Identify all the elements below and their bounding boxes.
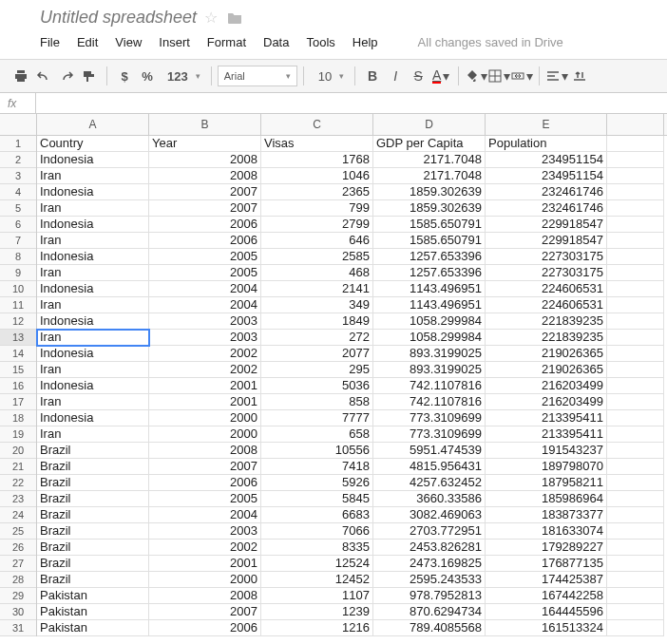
folder-icon[interactable] (227, 11, 242, 25)
cell[interactable]: 858 (261, 394, 373, 410)
cell[interactable] (607, 588, 664, 604)
cell[interactable]: Iran (37, 362, 149, 378)
cell[interactable]: Brazil (37, 459, 149, 475)
cell[interactable]: 1058.299984 (373, 313, 486, 330)
row-header[interactable]: 5 (0, 200, 36, 217)
cell[interactable]: 272 (261, 330, 373, 346)
row-header[interactable]: 27 (0, 556, 36, 572)
cell[interactable] (607, 378, 664, 394)
cell[interactable]: 2007 (149, 604, 261, 620)
cell[interactable]: 174425387 (486, 572, 607, 588)
cell[interactable] (607, 330, 664, 346)
cell[interactable] (607, 507, 664, 523)
cell[interactable]: 2004 (149, 297, 261, 313)
col-header-C[interactable]: C (261, 114, 373, 135)
cell[interactable]: 167442258 (486, 588, 607, 604)
menu-view[interactable]: View (115, 35, 142, 49)
cell[interactable]: Brazil (37, 443, 149, 459)
menu-help[interactable]: Help (353, 35, 378, 49)
row-header[interactable]: 3 (0, 168, 36, 184)
row-header[interactable]: 23 (0, 491, 36, 507)
row-header[interactable]: 15 (0, 362, 36, 378)
cell[interactable]: 349 (261, 297, 373, 313)
cell[interactable]: 189798070 (486, 459, 607, 475)
cell[interactable]: 232461746 (486, 184, 607, 200)
row-header[interactable]: 16 (0, 378, 36, 394)
number-format-dropdown[interactable]: 123▾ (159, 68, 205, 85)
cell[interactable]: 2703.772951 (373, 523, 486, 540)
cell[interactable] (607, 491, 664, 507)
cell[interactable]: 2171.7048 (373, 168, 486, 184)
cell[interactable] (607, 410, 664, 426)
print-icon[interactable] (10, 64, 32, 88)
cell[interactable]: 2585 (261, 249, 373, 265)
cell[interactable]: Indonesia (37, 378, 149, 394)
cell[interactable] (607, 297, 664, 313)
cell[interactable] (607, 281, 664, 297)
cell[interactable]: 219026365 (486, 362, 607, 378)
cell[interactable]: Pakistan (37, 620, 149, 636)
cell[interactable]: 2002 (149, 346, 261, 362)
fill-color-button[interactable]: ▾ (465, 64, 487, 88)
cell[interactable]: 12524 (261, 556, 373, 572)
cell[interactable]: 187958211 (486, 475, 607, 491)
row-header[interactable]: 30 (0, 604, 36, 620)
menu-tools[interactable]: Tools (306, 35, 334, 49)
cell[interactable]: Brazil (37, 491, 149, 507)
cell[interactable] (607, 426, 664, 443)
cell[interactable]: 2003 (149, 313, 261, 330)
cell[interactable]: Year (149, 136, 261, 152)
cell[interactable]: 5951.474539 (373, 443, 486, 459)
cell[interactable]: 1849 (261, 313, 373, 330)
cell[interactable]: 216203499 (486, 378, 607, 394)
cell[interactable]: 2003 (149, 523, 261, 540)
cell[interactable]: 978.7952813 (373, 588, 486, 604)
menu-format[interactable]: Format (207, 35, 246, 49)
cell[interactable]: 7066 (261, 523, 373, 540)
cell[interactable]: 5036 (261, 378, 373, 394)
cell[interactable]: 2001 (149, 378, 261, 394)
cell[interactable]: Iran (37, 265, 149, 281)
cell[interactable] (607, 572, 664, 588)
cell[interactable]: 2008 (149, 168, 261, 184)
redo-icon[interactable] (55, 64, 78, 88)
cell[interactable]: 2000 (149, 410, 261, 426)
cell[interactable]: 658 (261, 426, 373, 443)
cell[interactable] (607, 620, 664, 636)
cell[interactable] (607, 168, 664, 184)
menu-data[interactable]: Data (263, 35, 289, 49)
row-header[interactable]: 12 (0, 313, 36, 330)
cell[interactable]: 1585.650791 (373, 233, 486, 249)
undo-icon[interactable] (32, 64, 55, 88)
cell[interactable]: 213395411 (486, 410, 607, 426)
doc-title[interactable]: Untitled spreadsheet (40, 8, 197, 28)
cell[interactable]: 2077 (261, 346, 373, 362)
cell[interactable]: 646 (261, 233, 373, 249)
cell[interactable]: 2006 (149, 475, 261, 491)
cell[interactable] (607, 265, 664, 281)
cell[interactable]: Brazil (37, 572, 149, 588)
cell[interactable]: Indonesia (37, 217, 149, 233)
cell[interactable]: Country (37, 136, 149, 152)
cell[interactable]: 10556 (261, 443, 373, 459)
font-size-dropdown[interactable]: 10▾ (310, 68, 349, 85)
cell[interactable]: Indonesia (37, 313, 149, 330)
cell[interactable]: Indonesia (37, 249, 149, 265)
cell[interactable]: 4257.632452 (373, 475, 486, 491)
cell[interactable]: Indonesia (37, 152, 149, 168)
cell[interactable]: 229918547 (486, 217, 607, 233)
cell[interactable]: 1216 (261, 620, 373, 636)
cell[interactable]: Indonesia (37, 410, 149, 426)
percent-button[interactable]: % (136, 64, 159, 88)
cell[interactable]: 1768 (261, 152, 373, 168)
italic-button[interactable]: I (384, 64, 407, 88)
cell[interactable]: 2003 (149, 330, 261, 346)
cell[interactable]: 229918547 (486, 233, 607, 249)
cell[interactable]: 191543237 (486, 443, 607, 459)
col-header-blank[interactable] (607, 114, 664, 135)
cell[interactable]: GDP per Capita (373, 136, 486, 152)
cell[interactable]: 219026365 (486, 346, 607, 362)
cell[interactable]: 7777 (261, 410, 373, 426)
row-header[interactable]: 17 (0, 394, 36, 410)
cell[interactable]: 185986964 (486, 491, 607, 507)
